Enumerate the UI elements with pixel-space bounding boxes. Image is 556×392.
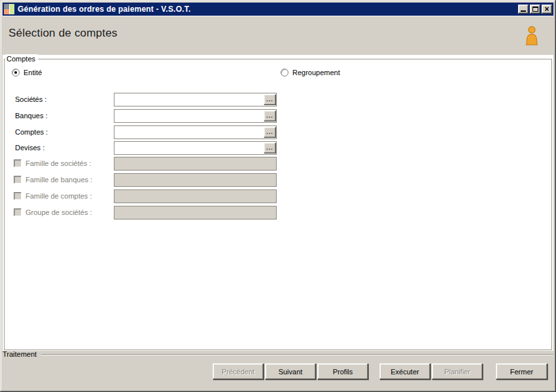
suivant-button[interactable]: Suivant (265, 363, 316, 380)
precedent-button: Précédent (213, 363, 264, 380)
dialog-window: Génération des ordres de paiement - V.S.… (0, 0, 556, 392)
famille-comptes-label: Famille de comptes : (26, 192, 92, 201)
app-icon-gray-square (4, 4, 9, 9)
header: Sélection de comptes (3, 16, 553, 55)
famille-comptes-input (114, 189, 277, 203)
radio-regroupement-label: Regroupement (292, 69, 340, 76)
app-icon-green-square (10, 4, 14, 14)
fermer-button[interactable]: Fermer (496, 363, 547, 380)
radio-regroupement[interactable] (281, 69, 288, 76)
comptes-label: Comptes : (15, 128, 48, 137)
close-icon: × (542, 5, 551, 14)
devises-label: Devises : (15, 144, 44, 152)
traitement-groupbox-line (41, 354, 553, 355)
app-icon (4, 4, 14, 14)
groupe-societes-input (114, 206, 277, 220)
groupe-societes-label: Groupe de sociétés : (26, 208, 92, 217)
famille-societes-checkbox (14, 159, 22, 167)
groupe-societes-checkbox (14, 208, 22, 216)
user-person-icon (525, 25, 539, 46)
famille-banques-label: Famille de banques : (26, 176, 92, 184)
banques-label: Banques : (15, 112, 48, 120)
banques-input[interactable] (114, 109, 277, 123)
profils-button[interactable]: Profils (317, 363, 368, 380)
planifier-button: Planifier (432, 363, 483, 380)
footer: Traitement Précédent Suivant Profils Exé… (3, 351, 553, 389)
radio-entite-dot (14, 71, 17, 74)
famille-banques-checkbox (14, 176, 22, 184)
devises-browse-button[interactable]: ... (264, 142, 276, 154)
titlebar[interactable]: Génération des ordres de paiement - V.S.… (3, 3, 553, 16)
comptes-groupbox-label: Comptes (5, 54, 38, 63)
app-icon-salmon-square (4, 9, 9, 14)
maximize-icon (532, 7, 538, 12)
radio-entite-label: Entité (24, 69, 42, 76)
societes-label: Sociétés : (15, 95, 46, 104)
comptes-browse-button[interactable]: ... (264, 127, 276, 138)
maximize-button[interactable] (530, 5, 540, 14)
traitement-groupbox-label: Traitement (3, 350, 37, 358)
famille-comptes-checkbox (14, 192, 22, 200)
societes-input[interactable] (114, 93, 277, 106)
famille-societes-label: Famille de sociétés : (26, 159, 91, 168)
banques-browse-button[interactable]: ... (264, 110, 276, 122)
content-panel: Comptes Entité Regroupement Sociétés : .… (3, 55, 553, 351)
radio-row: Entité Regroupement (5, 69, 551, 78)
comptes-groupbox: Comptes Entité Regroupement Sociétés : .… (4, 59, 552, 350)
executer-button[interactable]: Exécuter (379, 363, 430, 380)
societes-browse-button[interactable]: ... (264, 94, 276, 105)
close-button[interactable]: × (542, 5, 552, 14)
famille-societes-input (114, 157, 277, 171)
page-title: Sélection de comptes (9, 27, 118, 40)
window-title: Génération des ordres de paiement - V.S.… (16, 5, 518, 14)
comptes-input[interactable] (114, 125, 277, 139)
devises-input[interactable] (114, 141, 277, 155)
radio-entite[interactable] (12, 69, 20, 76)
minimize-icon (521, 10, 526, 12)
famille-banques-input (114, 173, 277, 187)
minimize-button[interactable] (518, 5, 529, 14)
